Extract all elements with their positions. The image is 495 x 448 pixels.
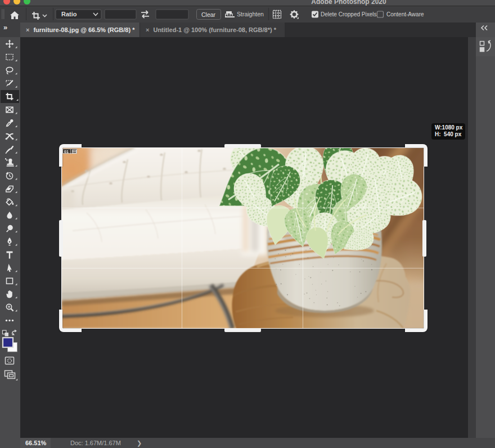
svg-text:Delete Cropped Pixels: Delete Cropped Pixels	[321, 11, 377, 17]
svg-text:Clear: Clear	[201, 11, 216, 18]
svg-text:Ratio: Ratio	[61, 11, 77, 17]
svg-text:Straighten: Straighten	[237, 11, 264, 17]
svg-text:Content-Aware: Content-Aware	[386, 11, 424, 17]
